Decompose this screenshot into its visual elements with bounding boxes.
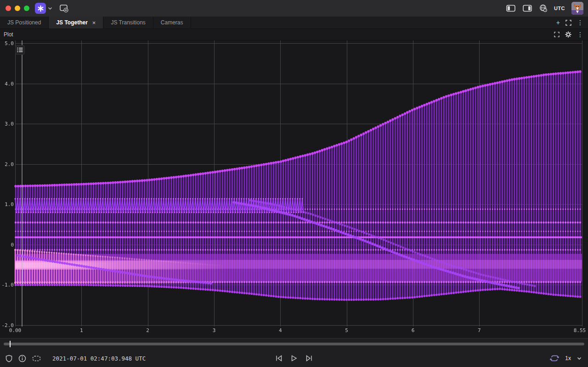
loop-playback-icon[interactable] [550,355,559,362]
timezone-globe-icon[interactable] [539,4,548,12]
tab-label: JS Positioned [7,19,41,26]
x-tick-label: 1 [80,327,83,333]
tab-js-transitions[interactable]: JS Transitions [103,17,153,29]
time-playhead[interactable] [10,341,11,347]
y-tick-label: 1.0 [0,201,14,207]
minimize-window-button[interactable] [15,6,20,11]
rerun-logo-icon[interactable] [35,3,46,14]
time-scrubber[interactable] [4,343,584,345]
add-tab-button[interactable]: + [556,19,560,26]
x-tick-label: 7 [478,327,481,333]
tab-bar: JS PositionedJS Together×JS TransitionsC… [0,17,588,29]
app-window: UTC JS PositionedJS Together×JS Transiti… [0,0,588,367]
tab-js-together[interactable]: JS Together× [49,17,103,29]
toggle-right-panel-button[interactable] [522,5,532,12]
tab-label: JS Together [56,19,87,26]
tab-js-positioned[interactable]: JS Positioned [0,17,49,29]
step-forward-button[interactable] [305,355,313,362]
plot-panel-header: Plot ⋮ [0,29,588,40]
x-tick-label: 8.55 [574,327,586,333]
x-tick-label: 3 [213,327,216,333]
tab-more-menu-icon[interactable]: ⋮ [577,19,583,26]
shield-icon[interactable] [6,355,12,362]
y-tick-label: 5.0 [0,40,14,46]
x-tick-label: 0.00 [9,327,22,333]
speed-dropdown-chevron-icon[interactable] [577,357,582,360]
y-tick-label: 2.0 [0,161,14,167]
window-controls [6,6,29,11]
x-tick-label: 5 [345,327,348,333]
playback-speed[interactable]: 1x [565,355,571,361]
screenshot-button[interactable] [59,4,69,13]
fullscreen-panel-icon[interactable] [554,32,560,37]
asterisk-icon [37,5,44,12]
chevron-down-icon[interactable] [48,6,52,10]
info-icon[interactable] [18,355,26,362]
gear-icon[interactable] [565,31,571,38]
maximize-view-icon[interactable] [565,20,571,26]
y-tick-label: -1.0 [0,282,14,288]
x-tick-label: 4 [279,327,282,333]
play-button[interactable] [290,355,298,362]
tab-cameras[interactable]: Cameras [153,17,191,29]
step-back-button[interactable] [275,355,283,362]
panel-more-menu-icon[interactable]: ⋮ [577,31,583,38]
tab-label: Cameras [161,19,183,26]
panel-title: Plot [4,31,13,38]
timeseries-plot-canvas[interactable] [0,40,588,338]
y-tick-label: 4.0 [0,80,14,86]
tab-label: JS Transitions [111,19,145,26]
utc-label: UTC [554,6,565,11]
title-bar: UTC [0,0,588,17]
fox-avatar[interactable] [571,2,583,15]
loop-selection-icon[interactable] [32,355,41,362]
time-panel: 2021-07-01 02:47:03.948 UTC [0,338,588,367]
legend-toggle-button[interactable] [15,45,25,55]
current-timestamp: 2021-07-01 02:47:03.948 UTC [52,355,146,362]
y-tick-label: 3.0 [0,121,14,127]
tabs-container: JS PositionedJS Together×JS TransitionsC… [0,17,191,29]
toggle-left-panel-button[interactable] [506,5,516,12]
x-tick-label: 6 [412,327,415,333]
close-window-button[interactable] [6,6,11,11]
plot-view[interactable]: 5.04.03.02.01.00-1.0-2.0 0.0012345678.55 [0,40,588,338]
close-tab-icon[interactable]: × [92,19,96,26]
x-tick-label: 2 [146,327,149,333]
zoom-window-button[interactable] [24,6,29,11]
y-tick-label: 0 [0,241,14,247]
